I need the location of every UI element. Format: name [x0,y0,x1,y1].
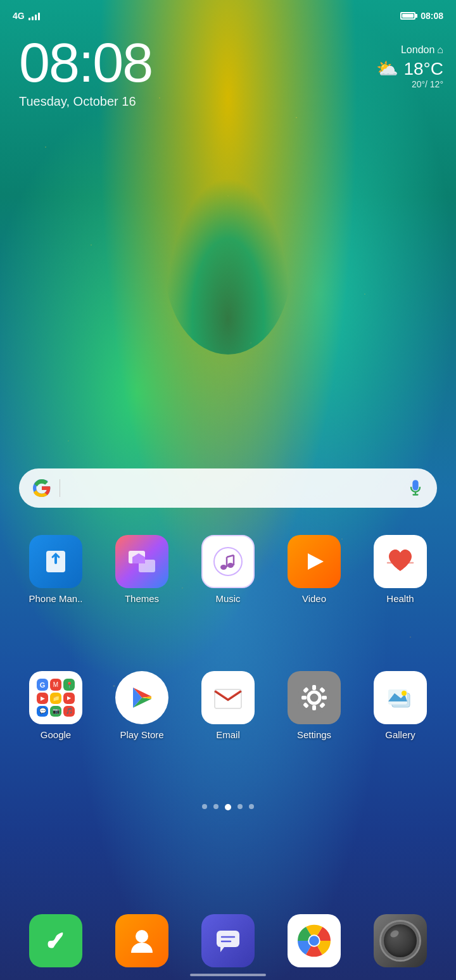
app-settings[interactable]: Settings [279,671,349,740]
settings-icon[interactable] [288,671,341,724]
phone-dock-icon[interactable] [29,914,82,967]
contacts-svg [126,925,158,957]
island-decoration [165,177,291,355]
music-svg [211,544,245,579]
gallery-icon[interactable] [374,671,427,724]
clock-time: 08:08 [19,35,152,91]
weather-temp: ⛅ 18°C [376,58,443,79]
dock-camera[interactable] [374,914,427,967]
phone-manager-label: Phone Man.. [28,593,82,604]
svg-point-20 [311,694,317,701]
app-play-store[interactable]: Play Store [107,671,177,740]
dot-2 [213,804,218,809]
dock [0,914,456,967]
settings-label: Settings [297,729,331,740]
music-label: Music [215,593,240,604]
music-icon[interactable] [201,535,255,588]
video-label: Video [302,593,326,604]
status-time: 08:08 [421,11,443,21]
signal-bars [28,11,40,20]
svg-marker-36 [220,947,224,952]
phone-svg [40,925,72,957]
video-svg [298,546,330,577]
camera-lens [381,922,419,960]
status-left: 4G [13,11,40,21]
themes-svg [125,544,159,579]
cloud-icon: ⛅ [376,58,398,79]
svg-point-33 [402,691,407,696]
settings-svg [297,681,331,715]
status-right: 08:08 [400,11,443,21]
dock-phone[interactable] [29,914,82,967]
gallery-svg [382,679,419,716]
clock-area: 08:08 Tuesday, October 16 [19,35,152,109]
play-store-label: Play Store [120,729,163,740]
svg-point-7 [227,563,234,568]
location-row: London ⌂ [376,44,443,56]
svg-rect-22 [312,705,316,710]
dock-contacts[interactable] [115,914,168,967]
health-svg [381,543,419,581]
app-themes[interactable]: Themes [107,535,177,604]
health-icon[interactable] [374,535,427,588]
play-store-svg [123,679,161,717]
svg-point-6 [220,565,227,570]
microphone-icon[interactable] [407,479,424,497]
themes-label: Themes [125,593,159,604]
chrome-svg [298,924,331,957]
messages-svg [212,924,244,957]
apps-row2: G M 📍 ▶ 📁 ▶ 💬 [0,671,456,740]
bar4 [38,13,40,20]
app-video[interactable]: Video [279,535,349,604]
camera-dock-icon[interactable] [374,914,427,967]
svg-rect-24 [322,696,327,700]
bar3 [35,15,37,20]
phone-manager-svg [40,546,72,577]
app-phone-manager[interactable]: Phone Man.. [21,535,91,604]
home-indicator [190,974,266,976]
health-label: Health [386,593,414,604]
dock-chrome[interactable] [288,914,341,967]
home-icon: ⌂ [437,44,443,56]
dock-messages[interactable] [201,914,255,967]
gallery-label: Gallery [385,729,415,740]
phone-manager-icon[interactable] [29,535,82,588]
chrome-dock-icon[interactable] [288,914,341,967]
svg-point-4 [212,545,244,578]
app-health[interactable]: Health [365,535,435,604]
messages-dock-icon[interactable] [201,914,255,967]
network-label: 4G [13,11,25,21]
svg-rect-35 [217,931,239,947]
video-icon[interactable] [288,535,341,588]
email-icon[interactable] [201,671,255,724]
clock-date: Tuesday, October 16 [19,94,152,109]
svg-point-42 [309,936,319,946]
battery-icon [400,12,415,20]
dot-4 [238,804,243,809]
search-bar[interactable] [19,468,437,508]
google-label: Google [41,729,71,740]
svg-rect-1 [54,554,57,564]
bar1 [28,18,30,20]
email-svg [210,679,246,716]
search-divider [60,479,60,497]
location-weather: London ⌂ ⛅ 18°C 20°/ 12° [376,44,443,89]
google-grid: G M 📍 ▶ 📁 ▶ 💬 [37,679,75,717]
app-email[interactable]: Email [193,671,263,740]
app-gallery[interactable]: Gallery [365,671,435,740]
play-store-icon[interactable] [115,671,168,724]
page-dots [0,804,456,810]
battery-fill [402,14,414,18]
apps-row1: Phone Man.. Themes [0,535,456,604]
email-label: Email [216,729,240,740]
contacts-dock-icon[interactable] [115,914,168,967]
status-bar: 4G 08:08 [0,0,456,32]
svg-rect-21 [312,685,316,690]
app-music[interactable]: Music [193,535,263,604]
google-logo [32,478,52,498]
google-icon[interactable]: G M 📍 ▶ 📁 ▶ 💬 [29,671,82,724]
dot-1 [202,804,207,809]
dot-5 [249,804,254,809]
app-google[interactable]: G M 📍 ▶ 📁 ▶ 💬 [21,671,91,740]
themes-icon[interactable] [115,535,168,588]
